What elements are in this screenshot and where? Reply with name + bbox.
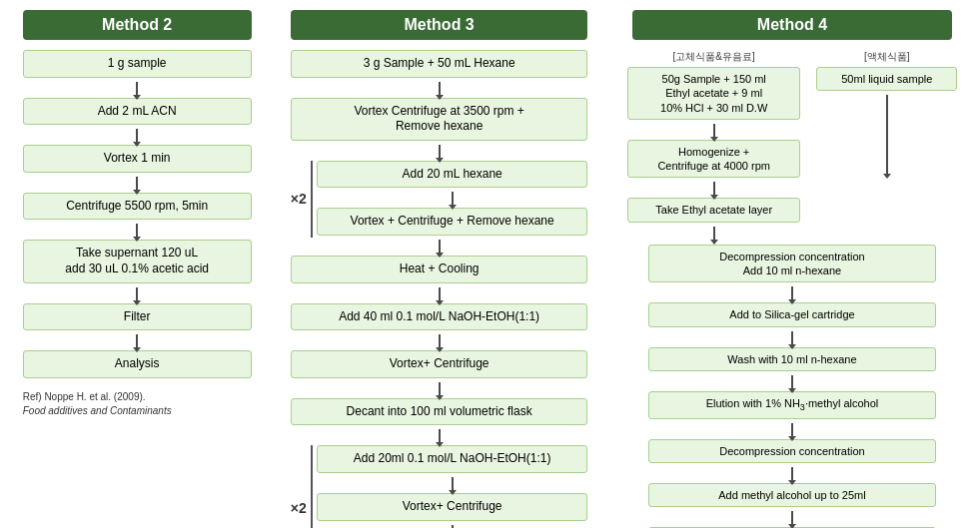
method4-main-step-4: Elution with 1% NH3·methyl alcohol xyxy=(648,391,935,419)
method3-repeat2: ×2 Add 20ml 0.1 mol/L NaOH-EtOH(1:1) Vor… xyxy=(291,445,588,528)
m4-arrow6 xyxy=(623,375,961,389)
m4-arrow9 xyxy=(623,511,961,525)
method4-main-step-2: Add to Silica-gel cartridge xyxy=(648,302,935,326)
method3-step-4: Vortex + Centrifuge + Remove hexane xyxy=(317,208,588,236)
method2-ref-line2: Food additives and Contaminants xyxy=(23,405,172,416)
method4-main-step-1: Decompression concentrationAdd 10 ml n-h… xyxy=(648,245,935,283)
m4-arrow4 xyxy=(623,286,961,300)
method3-step-6: Add 40 ml 0.1 mol/L NaOH-EtOH(1:1) xyxy=(291,303,588,331)
arrow4 xyxy=(10,224,264,238)
method2-title: Method 2 xyxy=(23,10,252,40)
repeat1-bracket: Add 20 mL hexane Vortex + Centrifuge + R… xyxy=(311,161,588,238)
repeat2-label: ×2 xyxy=(291,500,307,516)
m3-arrow3 xyxy=(317,192,588,206)
method2-step-5: Take supernant 120 uLadd 30 uL 0.1% acet… xyxy=(23,240,252,282)
arrow6 xyxy=(10,334,264,348)
arrow2 xyxy=(10,129,264,143)
method4-column: Method 4 [고체식품&유음료] 50g Sample + 150 mlE… xyxy=(614,10,970,528)
method2-step-3: Vortex 1 min xyxy=(23,145,252,173)
m3-arrow8 xyxy=(274,429,604,443)
method3-step-5: Heat + Cooling xyxy=(291,256,588,283)
method3-step-3: Add 20 mL hexane xyxy=(317,161,588,189)
method3-title: Method 3 xyxy=(291,10,588,40)
repeat1-label: ×2 xyxy=(291,191,307,207)
method2-step-6: Filter xyxy=(23,303,252,331)
method4-solid-step-3: Take Ethyl acetate layer xyxy=(627,198,800,222)
method2-step-7: Analysis xyxy=(23,350,252,378)
method3-step-7: Vortex+ Centrifuge xyxy=(291,350,588,378)
arrow1 xyxy=(10,82,264,96)
m3-arrow7 xyxy=(274,382,604,396)
m3-arrow5 xyxy=(274,287,604,301)
main-container: Method 2 1 g sample Add 2 mL ACN Vortex … xyxy=(10,10,970,528)
method2-step-1: 1 g sample xyxy=(23,50,252,78)
method4-solid-step-1: 50g Sample + 150 mlEthyl acetate + 9 ml1… xyxy=(627,67,800,120)
method4-main-step-3: Wash with 10 ml n-hexane xyxy=(648,347,935,371)
method3-repeat1: ×2 Add 20 mL hexane Vortex + Centrifuge … xyxy=(291,161,588,238)
method4-liquid-step-1: 50ml liquid sample xyxy=(816,67,957,91)
m3-arrow9 xyxy=(317,477,588,491)
m3-arrow10 xyxy=(317,525,588,528)
method2-step-4: Centrifuge 5500 rpm, 5min xyxy=(23,193,252,221)
method2-ref-line1: Ref) Noppe H. et al. (2009). xyxy=(23,391,146,402)
m3-arrow2 xyxy=(274,145,604,159)
method2-ref: Ref) Noppe H. et al. (2009). Food additi… xyxy=(23,390,252,418)
repeat2-bracket: Add 20ml 0.1 mol/L NaOH-EtOH(1:1) Vortex… xyxy=(311,445,588,528)
method4-main-step-6: Add methyl alcohol up to 25ml xyxy=(648,483,935,507)
m3-arrow1 xyxy=(274,82,604,96)
m4-arrow8 xyxy=(623,467,961,481)
method4-solid-step-2: Homogenize +Centrifuge at 4000 rpm xyxy=(627,140,800,179)
m4-arrow3 xyxy=(623,227,805,241)
m4-arrow1 xyxy=(623,124,805,138)
method3-step-9: Add 20ml 0.1 mol/L NaOH-EtOH(1:1) xyxy=(317,445,588,473)
method4-solid-label: [고체식품&유음료] xyxy=(673,50,755,64)
method3-step-10: Vortex+ Centrifuge xyxy=(317,493,588,521)
m4-arrow5 xyxy=(623,331,961,345)
method3-step-8: Decant into 100 ml volumetric flask xyxy=(291,398,588,426)
method4-main-step-5: Decompression concentration xyxy=(648,439,935,463)
m3-arrow4 xyxy=(274,240,604,254)
method3-step-2: Vortex Centrifuge at 3500 rpm +Remove he… xyxy=(291,98,588,141)
method3-step-1: 3 g Sample + 50 mL Hexane xyxy=(291,50,588,78)
method2-step-2: Add 2 mL ACN xyxy=(23,98,252,126)
method4-title: Method 4 xyxy=(632,10,952,40)
m3-arrow6 xyxy=(274,334,604,348)
arrow5 xyxy=(10,287,264,301)
m4-arrow2 xyxy=(623,182,805,196)
method3-column: Method 3 3 g Sample + 50 mL Hexane Vorte… xyxy=(274,10,604,528)
arrow3 xyxy=(10,177,264,191)
m4-arrow7 xyxy=(623,423,961,437)
method2-column: Method 2 1 g sample Add 2 mL ACN Vortex … xyxy=(10,10,264,418)
method4-liquid-label: [액체식품] xyxy=(864,50,910,64)
